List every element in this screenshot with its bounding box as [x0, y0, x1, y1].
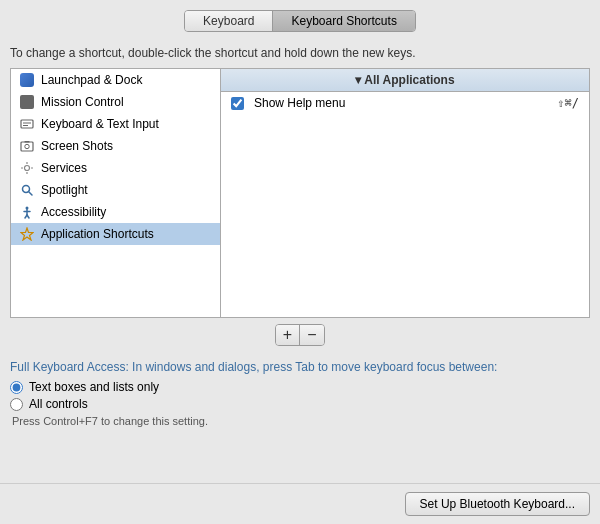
shortcut-keys: ⇧⌘/	[557, 96, 579, 110]
tab-keyboard-shortcuts[interactable]: Keyboard Shortcuts	[273, 11, 414, 31]
sidebar-label-app-shortcuts: Application Shortcuts	[41, 227, 154, 241]
svg-line-17	[27, 215, 29, 218]
radio-text-boxes-input[interactable]	[10, 381, 23, 394]
sidebar-label-mission: Mission Control	[41, 95, 124, 109]
svg-point-4	[25, 144, 29, 148]
radio-text-boxes-label: Text boxes and lists only	[29, 380, 159, 394]
show-help-checkbox[interactable]	[231, 97, 244, 110]
sidebar: Launchpad & Dock Mission Control Keyboar…	[11, 69, 221, 317]
services-icon	[19, 160, 35, 176]
content-panel: ▾ All Applications Show Help menu ⇧⌘/	[221, 69, 589, 317]
bottom-bar: Set Up Bluetooth Keyboard...	[0, 483, 600, 524]
svg-rect-0	[21, 120, 33, 128]
full-keyboard-title: Full Keyboard Access: In windows and dia…	[10, 360, 590, 374]
svg-line-12	[29, 192, 33, 196]
tab-group: Keyboard Keyboard Shortcuts	[184, 10, 416, 32]
remove-button[interactable]: −	[300, 325, 324, 345]
app-shortcuts-icon	[19, 226, 35, 242]
tab-keyboard[interactable]: Keyboard	[185, 11, 273, 31]
keyboard-text-icon	[19, 116, 35, 132]
radio-text-boxes[interactable]: Text boxes and lists only	[10, 380, 590, 394]
svg-marker-18	[21, 228, 33, 240]
instruction-text: To change a shortcut, double-click the s…	[0, 40, 600, 68]
add-remove-group: + −	[275, 324, 325, 346]
sidebar-item-app-shortcuts[interactable]: Application Shortcuts	[11, 223, 220, 245]
sidebar-item-spotlight[interactable]: Spotlight	[11, 179, 220, 201]
add-remove-controls: + −	[10, 318, 590, 352]
svg-point-6	[25, 166, 30, 171]
press-info: Press Control+F7 to change this setting.	[10, 415, 590, 427]
spotlight-icon	[19, 182, 35, 198]
mission-icon	[19, 94, 35, 110]
sidebar-item-accessibility[interactable]: Accessibility	[11, 201, 220, 223]
add-button[interactable]: +	[276, 325, 300, 345]
sidebar-label-spotlight: Spotlight	[41, 183, 88, 197]
bluetooth-keyboard-button[interactable]: Set Up Bluetooth Keyboard...	[405, 492, 590, 516]
sidebar-label-screenshots: Screen Shots	[41, 139, 113, 153]
sidebar-item-mission[interactable]: Mission Control	[11, 91, 220, 113]
screenshots-icon	[19, 138, 35, 154]
tab-bar: Keyboard Keyboard Shortcuts	[0, 0, 600, 40]
accessibility-icon	[19, 204, 35, 220]
sidebar-label-launchpad: Launchpad & Dock	[41, 73, 142, 87]
sidebar-item-launchpad[interactable]: Launchpad & Dock	[11, 69, 220, 91]
radio-all-controls[interactable]: All controls	[10, 397, 590, 411]
full-keyboard-section: Full Keyboard Access: In windows and dia…	[0, 352, 600, 431]
svg-rect-5	[25, 141, 30, 143]
shortcut-row: Show Help menu ⇧⌘/	[221, 92, 589, 114]
shortcut-name: Show Help menu	[254, 96, 547, 110]
radio-all-controls-label: All controls	[29, 397, 88, 411]
sidebar-label-accessibility: Accessibility	[41, 205, 106, 219]
svg-rect-3	[21, 142, 33, 151]
sidebar-item-keyboard-text[interactable]: Keyboard & Text Input	[11, 113, 220, 135]
sidebar-label-keyboard-text: Keyboard & Text Input	[41, 117, 159, 131]
main-area: Launchpad & Dock Mission Control Keyboar…	[10, 68, 590, 318]
sidebar-item-screenshots[interactable]: Screen Shots	[11, 135, 220, 157]
radio-all-controls-input[interactable]	[10, 398, 23, 411]
sidebar-item-services[interactable]: Services	[11, 157, 220, 179]
content-header: ▾ All Applications	[221, 69, 589, 92]
launchpad-icon	[19, 72, 35, 88]
sidebar-label-services: Services	[41, 161, 87, 175]
